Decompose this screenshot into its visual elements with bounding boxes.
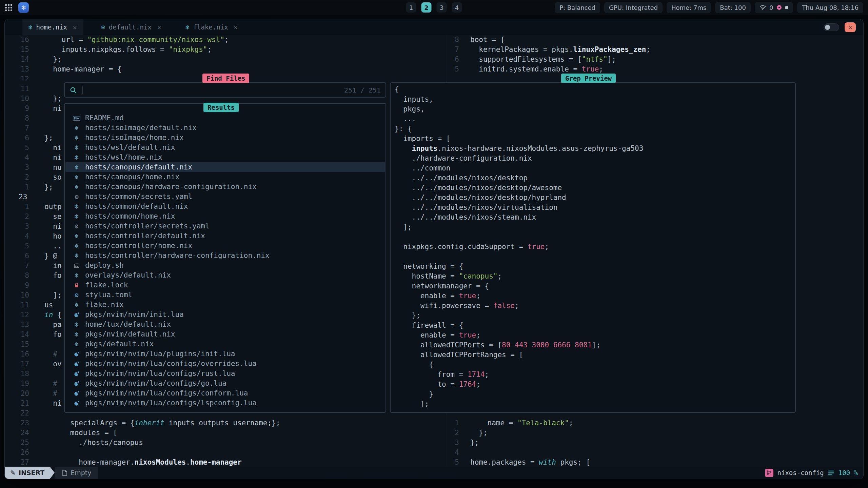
gpu-widget[interactable]: GPU: Integrated xyxy=(604,2,663,13)
tab-home.nix[interactable]: ❄home.nix✕ xyxy=(22,19,83,35)
clock-label: Thu Aug 08, 18:16 xyxy=(802,4,859,11)
tray-icon[interactable] xyxy=(785,6,788,9)
line-number: 12 xyxy=(5,74,29,84)
result-item[interactable]: ⚙stylua.toml xyxy=(65,290,385,300)
code-text: in xyxy=(44,261,62,271)
kbd-indicator[interactable]: 0 xyxy=(769,4,773,11)
result-item[interactable]: ❄hosts/controller/home.nix xyxy=(65,241,385,251)
result-item[interactable]: ❄hosts/canopus/home.nix xyxy=(65,172,385,182)
result-item[interactable]: ❄overlays/default.nix xyxy=(65,270,385,280)
result-item[interactable]: ⚙hosts/common/secrets.yaml xyxy=(65,192,385,202)
code-text: ./hosts/canopus xyxy=(44,438,143,448)
window-toggle[interactable] xyxy=(824,23,839,31)
color-picker-icon[interactable] xyxy=(776,5,782,10)
code-line: 16 url = "github:nix-community/nixos-wsl… xyxy=(5,35,447,45)
workspace-4[interactable]: 4 xyxy=(452,2,462,13)
code-line: 6 supportedFilesystems = ["ntfs"]; xyxy=(447,55,863,64)
result-item[interactable]: pkgs/nvim/nvim/init.lua xyxy=(65,310,385,320)
tab-flake.nix[interactable]: ❄flake.nix✕ xyxy=(179,19,244,35)
result-item[interactable]: ❄pkgs/default.nix xyxy=(65,339,385,349)
preview-line: ../../modules/nixos/desktop/hyprland xyxy=(395,193,795,203)
result-item[interactable]: ❄hosts/isoImage/default.nix xyxy=(65,123,385,133)
wifi-icon[interactable] xyxy=(760,5,766,11)
line-number: 11 xyxy=(5,300,29,310)
tab-close-icon[interactable]: ✕ xyxy=(157,23,161,31)
code-text: kernelPackages = pkgs.linuxPackages_zen; xyxy=(470,45,650,55)
workspace-1[interactable]: 1 xyxy=(406,2,416,13)
code-text: }; xyxy=(470,438,479,448)
line-number: 2 xyxy=(5,172,29,182)
result-item[interactable]: pkgs/nvim/nvim/lua/configs/rust.lua xyxy=(65,369,385,379)
code-text: name = "Tela-black"; xyxy=(470,418,573,428)
result-item[interactable]: ❄hosts/common/default.nix xyxy=(65,202,385,211)
workspaces: 1234 xyxy=(406,0,462,15)
results-panel[interactable]: README.md❄hosts/isoImage/default.nix❄hos… xyxy=(64,103,386,413)
power-profile-widget[interactable]: P: Balanced xyxy=(555,2,600,13)
workspace-3[interactable]: 3 xyxy=(437,2,447,13)
code-line: 4 xyxy=(447,448,863,458)
tray-widget[interactable]: 0 xyxy=(755,2,793,13)
battery-widget[interactable]: Bat: 100 xyxy=(715,2,751,13)
result-item[interactable]: pkgs/nvim/nvim/lua/configs/conform.lua xyxy=(65,388,385,398)
code-text: }; xyxy=(44,55,62,64)
mode-label: INSERT xyxy=(19,469,44,476)
line-number: 23 xyxy=(5,192,29,202)
result-label: pkgs/nvim/nvim/lua/configs/conform.lua xyxy=(85,388,248,398)
line-number: 9 xyxy=(5,281,29,290)
result-item[interactable]: pkgs/nvim/nvim/lua/plugins/init.lua xyxy=(65,349,385,359)
line-number: 4 xyxy=(5,153,29,163)
code-line: 26 xyxy=(5,448,447,458)
clock-widget[interactable]: Thu Aug 08, 18:16 xyxy=(797,2,863,13)
tab-close-icon[interactable]: ✕ xyxy=(234,23,238,31)
result-item[interactable]: README.md xyxy=(65,113,385,123)
window-close-button[interactable]: ✕ xyxy=(845,22,856,32)
code-text: ni xyxy=(44,143,62,153)
preview-line: from = 1714; xyxy=(395,370,795,380)
result-item[interactable]: pkgs/nvim/nvim/lua/configs/go.lua xyxy=(65,379,385,388)
code-text: initrd.systemd.enable = true; xyxy=(470,64,603,74)
gpu-label: GPU: Integrated xyxy=(609,4,658,11)
preview-line: { xyxy=(395,85,795,95)
preview-line: ../../modules/nixos/desktop xyxy=(395,173,795,183)
line-number: 3 xyxy=(447,438,459,448)
preview-line: pkgs, xyxy=(395,104,795,114)
code-text: home-manager = { xyxy=(44,64,122,74)
code-text: # xyxy=(44,379,57,389)
code-text: # xyxy=(44,349,57,359)
result-label: hosts/isoImage/default.nix xyxy=(85,123,197,133)
gear-icon: ⚙ xyxy=(72,290,81,300)
code-line: 24 modules = [ xyxy=(5,428,447,438)
result-item[interactable]: ❄hosts/canopus/hardware-configuration.ni… xyxy=(65,182,385,192)
result-label: pkgs/default.nix xyxy=(85,339,154,349)
result-item[interactable]: ❄hosts/controller/default.nix xyxy=(65,231,385,241)
workspace-2[interactable]: 2 xyxy=(421,2,432,13)
code-text: ho xyxy=(44,231,62,241)
line-number: 16 xyxy=(5,35,29,45)
result-item[interactable]: ❄hosts/wsl/home.nix xyxy=(65,152,385,162)
result-item[interactable]: ❄flake.nix xyxy=(65,300,385,310)
code-text: fo xyxy=(44,330,62,340)
apps-grid-icon[interactable] xyxy=(5,4,12,11)
result-item[interactable]: ❄hosts/wsl/default.nix xyxy=(65,143,385,152)
result-item[interactable]: ❄hosts/common/home.nix xyxy=(65,211,385,221)
result-item[interactable]: ❄home/tux/default.nix xyxy=(65,320,385,329)
result-item[interactable]: ❄hosts/isoImage/home.nix xyxy=(65,133,385,143)
ping-widget[interactable]: Home: 7ms xyxy=(667,2,711,13)
result-item[interactable]: ❄hosts/canopus/default.nix xyxy=(65,162,385,172)
preview-line: ../../modules/nixos/virtualisation xyxy=(395,203,795,212)
code-text: se xyxy=(44,212,62,222)
tab-default.nix[interactable]: ❄default.nix✕ xyxy=(95,19,167,35)
result-label: pkgs/nvim/nvim/init.lua xyxy=(85,310,184,320)
result-item[interactable]: flake.lock xyxy=(65,280,385,290)
result-item[interactable]: ❄pkgs/nvim/default.nix xyxy=(65,329,385,339)
line-number: 13 xyxy=(5,64,29,74)
result-item[interactable]: pkgs/nvim/nvim/lua/configs/lspconfig.lua xyxy=(65,398,385,408)
find-files-prompt[interactable]: 251 / 251 xyxy=(64,82,386,98)
result-item[interactable]: deploy.sh xyxy=(65,261,385,270)
tab-close-icon[interactable]: ✕ xyxy=(73,23,77,31)
nix-icon: ❄ xyxy=(72,231,81,241)
result-item[interactable]: pkgs/nvim/nvim/lua/configs/overrides.lua xyxy=(65,359,385,369)
result-item[interactable]: ⚙hosts/controller/secrets.yaml xyxy=(65,221,385,231)
result-item[interactable]: ❄hosts/controller/hardware-configuration… xyxy=(65,251,385,261)
nix-logo-icon[interactable]: ❄ xyxy=(18,2,29,13)
